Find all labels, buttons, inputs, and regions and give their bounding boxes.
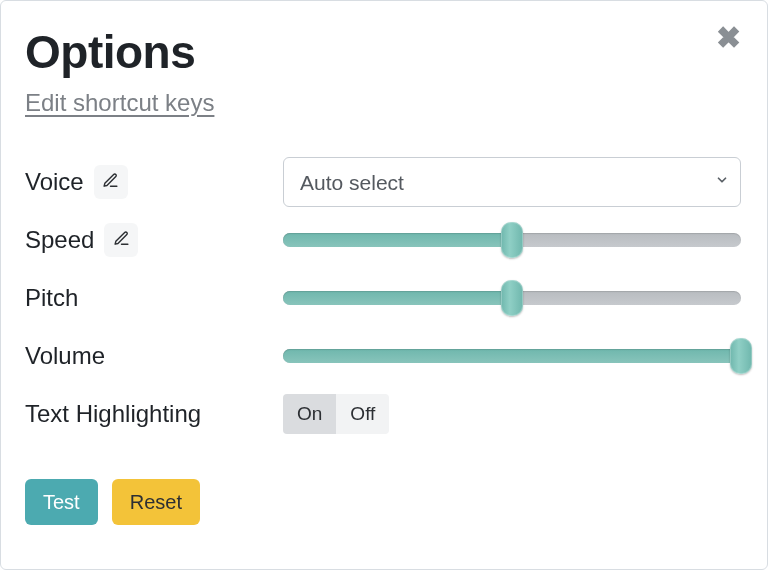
voice-select-wrap: Auto select (283, 157, 741, 207)
slider-track-fill (283, 233, 512, 247)
pitch-label-wrap: Pitch (25, 284, 283, 312)
volume-label-wrap: Volume (25, 342, 283, 370)
voice-label: Voice (25, 168, 84, 196)
volume-label: Volume (25, 342, 105, 370)
speed-label: Speed (25, 226, 94, 254)
voice-label-wrap: Voice (25, 165, 283, 199)
close-icon[interactable]: ✖ (716, 23, 741, 53)
highlighting-row: Text Highlighting On Off (25, 385, 741, 443)
options-rows: Voice Auto select (25, 153, 741, 443)
test-button[interactable]: Test (25, 479, 98, 525)
pencil-icon (102, 172, 119, 192)
options-panel: ✖ Options Edit shortcut keys Voice Auto … (0, 0, 768, 570)
slider-thumb[interactable] (730, 338, 752, 374)
pitch-slider[interactable] (283, 280, 741, 316)
speed-label-wrap: Speed (25, 223, 283, 257)
slider-thumb[interactable] (501, 280, 523, 316)
voice-edit-button[interactable] (94, 165, 128, 199)
highlighting-on-button[interactable]: On (283, 394, 336, 434)
voice-select[interactable]: Auto select (283, 157, 741, 207)
speed-slider[interactable] (283, 222, 741, 258)
slider-track-fill (283, 291, 512, 305)
highlighting-label: Text Highlighting (25, 400, 201, 428)
highlighting-off-button[interactable]: Off (336, 394, 389, 434)
volume-row: Volume (25, 327, 741, 385)
speed-edit-button[interactable] (104, 223, 138, 257)
speed-row: Speed (25, 211, 741, 269)
highlighting-label-wrap: Text Highlighting (25, 400, 283, 428)
volume-slider[interactable] (283, 338, 741, 374)
pitch-label: Pitch (25, 284, 78, 312)
voice-row: Voice Auto select (25, 153, 741, 211)
pitch-row: Pitch (25, 269, 741, 327)
page-title: Options (25, 25, 741, 79)
slider-thumb[interactable] (501, 222, 523, 258)
highlighting-toggle: On Off (283, 394, 389, 434)
reset-button[interactable]: Reset (112, 479, 200, 525)
footer-buttons: Test Reset (25, 479, 741, 525)
slider-track-fill (283, 349, 741, 363)
edit-shortcuts-link[interactable]: Edit shortcut keys (25, 89, 214, 117)
pencil-icon (113, 230, 130, 250)
